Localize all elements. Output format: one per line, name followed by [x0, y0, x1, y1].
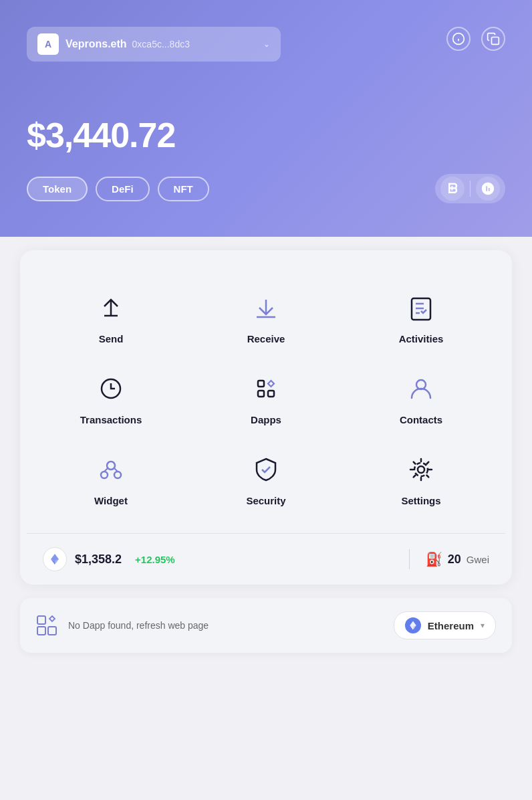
- footer-bar: No Dapp found, refresh web page Ethereum…: [20, 598, 512, 653]
- copy-button[interactable]: [481, 27, 505, 51]
- send-label: Send: [99, 333, 124, 344]
- settings-icon: [404, 452, 438, 487]
- address-bar[interactable]: A Veprons.eth 0xca5c...8dc3 ⌄: [27, 27, 281, 62]
- info-button[interactable]: [446, 27, 471, 51]
- activities-action[interactable]: Activities: [344, 277, 499, 358]
- brand-icon-chart[interactable]: [476, 177, 500, 201]
- network-eth-icon: [405, 617, 421, 633]
- contacts-label: Contacts: [400, 414, 442, 425]
- balance-amount: $3,440.72: [27, 115, 505, 155]
- account-address: 0xca5c...8dc3: [132, 39, 263, 49]
- account-name: Veprons.eth: [65, 38, 127, 50]
- eth-price-section: $1,358.2 +12.95%: [43, 547, 393, 571]
- receive-label: Receive: [247, 333, 285, 344]
- price-divider: [409, 549, 410, 569]
- brand-icons-container: ᗸ: [435, 174, 505, 203]
- dapps-action[interactable]: Dapps: [188, 358, 344, 439]
- transactions-label: Transactions: [80, 414, 142, 425]
- svg-rect-29: [48, 627, 56, 635]
- dapps-label: Dapps: [251, 414, 281, 425]
- network-chevron-icon: ▾: [481, 621, 485, 630]
- widget-label: Widget: [94, 495, 128, 506]
- svg-point-23: [414, 463, 428, 476]
- widget-action[interactable]: Widget: [33, 439, 188, 520]
- activities-label: Activities: [399, 333, 444, 344]
- dapps-icon: [249, 371, 283, 406]
- receive-icon: [249, 290, 283, 325]
- contacts-icon: [404, 371, 438, 406]
- main-card: Send Receive: [20, 250, 512, 585]
- price-bar: $1,358.2 +12.95% ⛽ 20 Gwei: [27, 533, 505, 585]
- dapps-small-icon: [36, 615, 57, 636]
- svg-point-22: [418, 466, 424, 473]
- gas-value: 20: [448, 553, 461, 567]
- tab-nft[interactable]: NFT: [158, 177, 209, 201]
- security-label: Security: [246, 495, 285, 506]
- transactions-action[interactable]: Transactions: [33, 358, 188, 439]
- send-action[interactable]: Send: [33, 277, 188, 358]
- header: A Veprons.eth 0xca5c...8dc3 ⌄ $3,44: [0, 0, 532, 237]
- svg-rect-13: [258, 381, 264, 387]
- security-action[interactable]: Security: [188, 439, 344, 520]
- chevron-down-icon: ⌄: [263, 39, 270, 49]
- main-tabs: Token DeFi NFT: [27, 177, 209, 201]
- gas-section: ⛽ 20 Gwei: [426, 551, 489, 567]
- network-selector-button[interactable]: Ethereum ▾: [394, 611, 496, 639]
- widget-icon: [94, 452, 128, 487]
- eth-change-value: +12.95%: [135, 554, 175, 565]
- footer-left: No Dapp found, refresh web page: [36, 615, 209, 636]
- transactions-icon: [94, 371, 128, 406]
- svg-rect-27: [37, 616, 45, 624]
- svg-rect-3: [492, 37, 499, 45]
- security-icon: [249, 452, 283, 487]
- settings-label: Settings: [401, 495, 440, 506]
- eth-price-value: $1,358.2: [75, 553, 122, 567]
- contacts-action[interactable]: Contacts: [344, 358, 499, 439]
- svg-rect-14: [258, 391, 264, 397]
- actions-grid: Send Receive: [27, 264, 505, 533]
- brand-divider: [470, 181, 471, 197]
- account-avatar: A: [37, 33, 59, 55]
- eth-logo-icon: [43, 547, 67, 571]
- svg-point-19: [114, 472, 121, 478]
- svg-point-18: [101, 472, 108, 478]
- activities-icon: [404, 290, 438, 325]
- gas-pump-icon: ⛽: [426, 551, 442, 567]
- svg-line-20: [104, 468, 108, 472]
- tabs-row: Token DeFi NFT ᗸ: [27, 174, 505, 203]
- send-icon: [94, 290, 128, 325]
- tab-token[interactable]: Token: [27, 177, 88, 201]
- network-name: Ethereum: [428, 620, 474, 631]
- receive-action[interactable]: Receive: [188, 277, 344, 358]
- svg-point-17: [107, 462, 115, 470]
- settings-action[interactable]: Settings: [344, 439, 499, 520]
- gas-unit: Gwei: [467, 554, 489, 565]
- svg-line-21: [114, 468, 118, 472]
- svg-rect-15: [268, 391, 274, 397]
- svg-rect-28: [37, 627, 45, 635]
- no-dapp-text: No Dapp found, refresh web page: [68, 620, 209, 631]
- tab-defi[interactable]: DeFi: [96, 177, 150, 201]
- brand-icon-b[interactable]: ᗸ: [440, 177, 464, 201]
